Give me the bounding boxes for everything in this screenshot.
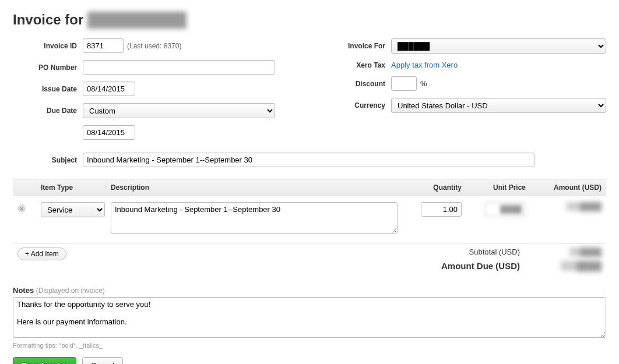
col-description: Description: [111, 183, 398, 192]
add-item-button[interactable]: + Add Item: [17, 248, 66, 260]
item-description-input[interactable]: Inbound Marketing - September 1--Septemb…: [111, 202, 398, 234]
subtotal-value: ████: [569, 248, 602, 256]
discount-input[interactable]: [391, 76, 417, 91]
item-type-select[interactable]: Service: [41, 202, 105, 217]
invoice-for-select[interactable]: ██████: [391, 38, 606, 54]
po-number-input[interactable]: [83, 60, 275, 75]
col-item-type: Item Type: [41, 183, 105, 192]
subject-label: Subject: [13, 156, 83, 164]
amount-due-label: Amount Due (USD): [441, 261, 520, 271]
invoice-id-input[interactable]: [83, 38, 124, 53]
page-title-prefix: Invoice for: [13, 12, 83, 27]
xero-tax-label: Xero Tax: [321, 61, 391, 69]
notes-textarea[interactable]: Thanks for the opportunity to serve you!…: [13, 297, 606, 338]
discount-label: Discount: [321, 80, 391, 88]
due-date-select[interactable]: Custom: [83, 103, 275, 118]
xero-tax-link[interactable]: Apply tax from Xero: [391, 61, 458, 69]
notes-label: Notes: [13, 286, 34, 295]
subject-input[interactable]: [83, 153, 534, 167]
due-date-input[interactable]: [83, 125, 135, 140]
invoice-id-label: Invoice ID: [13, 42, 83, 50]
cancel-button[interactable]: Cancel: [82, 357, 123, 364]
client-name-redacted: ██████████: [87, 12, 187, 28]
save-invoice-button[interactable]: Save Invoice: [13, 357, 76, 364]
col-amount: Amount (USD): [532, 183, 602, 192]
issue-date-input[interactable]: [83, 82, 135, 96]
invoice-for-label: Invoice For: [321, 42, 391, 50]
item-unit-price-input[interactable]: [485, 202, 526, 217]
items-header: Item Type Description Quantity Unit Pric…: [13, 179, 606, 196]
amount-due-value: ████: [561, 261, 602, 271]
formatting-hint: Formatting tips: *bold*, _italics_: [13, 342, 606, 349]
item-amount-value: ████: [567, 202, 602, 211]
col-quantity: Quantity: [403, 183, 462, 192]
invoice-id-hint: (Last used: 8370): [127, 42, 181, 50]
col-unit-price: Unit Price: [467, 183, 526, 192]
currency-select[interactable]: United States Dollar - USD: [391, 98, 606, 113]
remove-line-icon[interactable]: ✕: [17, 204, 26, 213]
po-number-label: PO Number: [13, 63, 83, 72]
page-title: Invoice for ██████████: [13, 12, 606, 28]
subtotal-label: Subtotal (USD): [441, 248, 520, 256]
notes-sublabel: (Displayed on invoice): [36, 287, 105, 295]
discount-unit: %: [420, 79, 427, 88]
currency-label: Currency: [321, 101, 391, 109]
due-date-label: Due Date: [13, 107, 83, 115]
issue-date-label: Issue Date: [13, 85, 83, 93]
line-item-row: ✕ Service Inbound Marketing - September …: [13, 196, 606, 243]
item-quantity-input[interactable]: [421, 202, 462, 217]
